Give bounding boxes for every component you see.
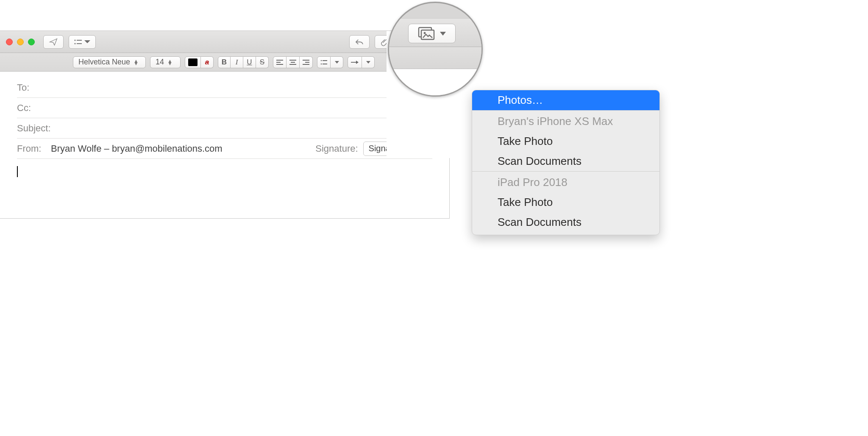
message-body[interactable] — [0, 159, 449, 218]
menu-item-device1-take-photo[interactable]: Take Photo — [472, 131, 659, 151]
list-group — [317, 56, 343, 68]
subject-field-row[interactable]: Subject: — [17, 118, 432, 139]
font-family-value: Helvetica Neue — [78, 58, 130, 67]
send-button[interactable] — [43, 35, 64, 49]
stepper-icon: ▲▼ — [421, 142, 432, 156]
align-center-button[interactable] — [287, 56, 300, 68]
list-style-dropdown[interactable] — [331, 56, 343, 68]
menu-item-device2-take-photo[interactable]: Take Photo — [472, 192, 659, 212]
svg-point-5 — [321, 60, 322, 61]
svg-rect-10 — [421, 30, 434, 39]
indent-button[interactable] — [348, 56, 362, 68]
compose-window: A Helvetica Neue ▲▼ 14 ▲▼ a B I U S — [0, 31, 449, 218]
menu-header-device1: Bryan's iPhone XS Max — [472, 111, 659, 131]
list-style-button[interactable] — [317, 56, 331, 68]
menu-item-device1-scan[interactable]: Scan Documents — [472, 151, 659, 171]
text-caret — [17, 166, 18, 177]
subject-label: Subject: — [17, 123, 59, 134]
svg-point-0 — [74, 39, 75, 41]
align-left-button[interactable] — [273, 56, 287, 68]
svg-point-2 — [74, 43, 75, 44]
signature-label: Signature: — [315, 143, 358, 154]
indent-group — [348, 56, 375, 68]
italic-button[interactable]: I — [231, 56, 243, 68]
minimize-window[interactable] — [17, 39, 24, 45]
svg-rect-3 — [77, 43, 82, 44]
to-label: To: — [17, 82, 59, 93]
chevron-down-icon — [84, 40, 90, 43]
from-label: From: — [17, 143, 47, 154]
underline-button[interactable]: U — [243, 56, 256, 68]
menu-item-photos[interactable]: Photos… — [472, 90, 659, 110]
to-field-row[interactable]: To: — [17, 78, 432, 98]
black-swatch-icon — [188, 58, 198, 66]
bold-button[interactable]: B — [218, 56, 231, 68]
reply-button[interactable] — [349, 35, 370, 49]
cc-field-row[interactable]: Cc: — [17, 98, 432, 118]
format-bar: Helvetica Neue ▲▼ 14 ▲▼ a B I U S — [0, 53, 449, 72]
align-right-button[interactable] — [300, 56, 313, 68]
cc-label: Cc: — [17, 103, 59, 114]
indent-dropdown[interactable] — [362, 56, 375, 68]
header-fields: To: Cc: Subject: From: Bryan Wolfe – bry… — [0, 72, 449, 159]
paper-plane-icon — [49, 38, 58, 46]
align-group — [273, 56, 313, 68]
close-window[interactable] — [6, 39, 13, 45]
text-color-swatch[interactable] — [185, 56, 201, 68]
paperclip-icon — [380, 37, 389, 47]
signature-select[interactable]: Signature #3 ▲▼ — [363, 142, 432, 156]
stepper-icon: ▲▼ — [134, 60, 139, 65]
stepper-icon: ▲▼ — [167, 60, 172, 65]
menu-item-device2-scan[interactable]: Scan Documents — [472, 212, 659, 235]
strike-button[interactable]: S — [256, 56, 269, 68]
header-fields-toggle[interactable] — [69, 35, 96, 49]
reply-icon — [355, 38, 364, 46]
chevron-down-icon — [366, 61, 370, 64]
chevron-down-icon — [440, 32, 446, 36]
signature-value: Signature #3 — [369, 144, 417, 153]
from-field-row: From: Bryan Wolfe – bryan@mobilenations.… — [17, 139, 432, 159]
highlight-a-icon: a — [205, 58, 209, 67]
menu-header-device2: iPad Pro 2018 — [472, 172, 659, 192]
chevron-down-icon — [335, 61, 339, 64]
font-size-value: 14 — [156, 58, 164, 67]
from-value[interactable]: Bryan Wolfe – bryan@mobilenations.com — [51, 143, 223, 154]
svg-rect-8 — [323, 64, 327, 64]
traffic-lights — [6, 39, 35, 45]
font-family-select[interactable]: Helvetica Neue ▲▼ — [73, 56, 146, 68]
svg-rect-6 — [323, 60, 327, 61]
photo-stack-icon — [418, 27, 436, 40]
window-titlebar: A — [0, 31, 449, 53]
svg-point-11 — [424, 32, 426, 34]
svg-rect-1 — [77, 40, 82, 41]
svg-point-7 — [321, 63, 322, 64]
text-color-group: a — [185, 56, 214, 68]
font-size-select[interactable]: 14 ▲▼ — [150, 56, 181, 68]
text-style-group: B I U S — [218, 56, 269, 68]
photo-browser-button[interactable] — [408, 24, 456, 43]
bg-color-picker[interactable]: a — [201, 56, 214, 68]
callout-lens — [388, 2, 483, 97]
lens-formatbar — [389, 47, 481, 69]
bullet-list-icon — [74, 39, 82, 45]
photo-browser-menu: Photos… Bryan's iPhone XS Max Take Photo… — [472, 90, 660, 235]
zoom-window[interactable] — [28, 39, 35, 45]
